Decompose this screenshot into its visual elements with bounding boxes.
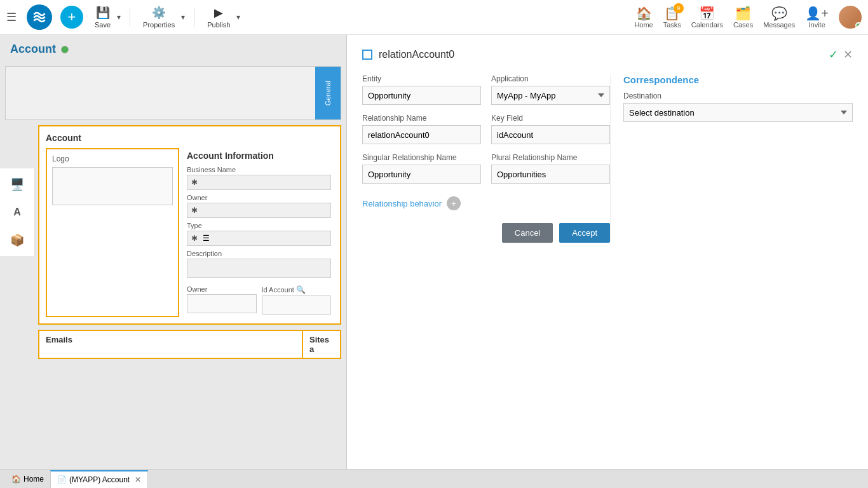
- singular-name-group: Singular Relationship Name: [362, 153, 481, 184]
- application-group: Application MyApp - MyApp: [491, 74, 610, 105]
- account-tab[interactable]: 📄 (MYAPP) Account ✕: [50, 470, 148, 488]
- list-icon: ☰: [203, 234, 210, 243]
- account-section: Account Logo Account Information Busines…: [38, 125, 341, 325]
- plural-name-group: Plural Relationship Name: [491, 153, 610, 184]
- key-field-label: Key Field: [491, 114, 610, 123]
- relationship-name-input[interactable]: [362, 125, 481, 144]
- info-title: Account Information: [187, 151, 331, 161]
- key-field-input[interactable]: [491, 125, 610, 144]
- modal-title-row: relationAccount0: [362, 49, 454, 60]
- account-header: Account: [0, 35, 346, 64]
- main-area: Account General 🖥️ A 📦 Account Logo: [0, 35, 868, 469]
- publish-group: ▶ Publish ▾: [202, 3, 241, 31]
- description-input[interactable]: [187, 259, 331, 278]
- monitor-icon[interactable]: 🖥️: [6, 173, 28, 195]
- correspondence-section: Correspondence Destination Select destin…: [610, 74, 853, 243]
- home-tab[interactable]: 🏠 Home: [5, 470, 50, 488]
- save-icon: 💾: [96, 6, 110, 20]
- relationship-name-label: Relationship Name: [362, 114, 481, 123]
- cancel-button[interactable]: Cancel: [502, 223, 553, 243]
- description-label: Description: [187, 250, 331, 257]
- home-icon: 🏠: [636, 6, 652, 21]
- modal-checkbox[interactable]: [362, 50, 372, 60]
- publish-icon: ▶: [214, 6, 223, 20]
- logo-box: Logo: [46, 148, 179, 317]
- relationship-name-group: Relationship Name: [362, 114, 481, 144]
- properties-button[interactable]: ⚙️ Properties: [138, 3, 180, 31]
- plural-name-input[interactable]: [491, 165, 610, 184]
- entity-group: Entity: [362, 74, 481, 105]
- save-group: 💾 Save ▾: [90, 3, 122, 31]
- bottom-tab-bar: 🏠 Home 📄 (MYAPP) Account ✕: [0, 469, 868, 488]
- plural-name-label: Plural Relationship Name: [491, 153, 610, 162]
- account-grid: Logo Account Information Business Name ✱…: [46, 148, 334, 317]
- modal-title: relationAccount0: [379, 49, 454, 60]
- search-icon: 🔍: [296, 285, 306, 294]
- publish-button[interactable]: ▶ Publish: [202, 3, 235, 31]
- bottom-fields-row: Owner Id Account 🔍: [187, 281, 331, 315]
- modal-confirm-icon[interactable]: ✓: [829, 48, 838, 62]
- messages-nav[interactable]: 💬 Messages: [763, 6, 795, 29]
- tab-close-button[interactable]: ✕: [135, 475, 141, 484]
- add-button[interactable]: +: [60, 6, 83, 29]
- save-dropdown[interactable]: ▾: [116, 10, 122, 24]
- type-input[interactable]: ✱ ☰: [187, 231, 331, 246]
- owner-small-input[interactable]: [187, 294, 257, 313]
- nav-left: ☰ + 💾 Save ▾ ⚙️ Properties ▾: [6, 3, 241, 31]
- singular-name-label: Singular Relationship Name: [362, 153, 481, 162]
- modal-form: Entity Application MyApp - MyApp Relatio…: [362, 74, 610, 243]
- home-nav[interactable]: 🏠 Home: [634, 6, 653, 29]
- calendars-nav[interactable]: 📅 Calendars: [691, 6, 723, 29]
- destination-label: Destination: [623, 92, 853, 100]
- singular-name-input[interactable]: [362, 165, 481, 184]
- user-avatar[interactable]: [839, 6, 862, 29]
- modal-body: Entity Application MyApp - MyApp Relatio…: [362, 74, 853, 243]
- home-tab-icon: 🏠: [11, 475, 21, 484]
- cube-icon[interactable]: 📦: [6, 229, 28, 251]
- owner-input[interactable]: ✱: [187, 203, 331, 218]
- id-account-input[interactable]: [262, 295, 332, 315]
- top-nav: ☰ + 💾 Save ▾ ⚙️ Properties ▾: [0, 0, 868, 35]
- properties-dropdown[interactable]: ▾: [180, 10, 186, 24]
- cases-nav[interactable]: 🗂️ Cases: [733, 6, 753, 29]
- type-label: Type: [187, 222, 331, 229]
- modal-header: relationAccount0 ✓ ✕: [362, 48, 853, 62]
- online-indicator: [855, 22, 862, 29]
- application-select[interactable]: MyApp - MyApp: [491, 86, 610, 105]
- text-icon[interactable]: A: [10, 203, 25, 222]
- tasks-nav[interactable]: 📋 9 Tasks: [663, 6, 681, 29]
- asterisk-icon2: ✱: [191, 206, 198, 215]
- invite-nav[interactable]: 👤+ Invite: [805, 6, 829, 29]
- app-logo: [27, 4, 52, 30]
- logo-input[interactable]: [52, 167, 173, 205]
- entity-input[interactable]: [362, 86, 481, 105]
- relationship-behavior-section: Relationship behavior +: [362, 196, 610, 210]
- asterisk-icon3: ✱: [191, 234, 198, 243]
- entity-label: Entity: [362, 74, 481, 83]
- info-box: Account Information Business Name ✱ Owne…: [184, 148, 334, 317]
- add-relationship-button[interactable]: +: [447, 196, 461, 210]
- emails-panel: Emails: [38, 330, 303, 359]
- general-tab[interactable]: General: [315, 67, 341, 119]
- invite-icon: 👤+: [805, 6, 829, 21]
- left-toolbar: 🖥️ A 📦: [0, 168, 35, 256]
- business-name-input[interactable]: ✱: [187, 175, 331, 190]
- save-button[interactable]: 💾 Save: [90, 3, 116, 31]
- owner-label: Owner: [187, 194, 331, 201]
- logo-label: Logo: [52, 154, 173, 163]
- right-panel: relationAccount0 ✓ ✕ Entity Application: [346, 35, 868, 469]
- id-account-label: Id Account 🔍: [262, 285, 332, 294]
- bottom-panels: Emails Sites a: [38, 330, 341, 359]
- left-panel: Account General 🖥️ A 📦 Account Logo: [0, 35, 346, 469]
- relationship-keyfield-row: Relationship Name Key Field: [362, 114, 610, 144]
- general-label: General: [324, 81, 332, 105]
- publish-dropdown[interactable]: ▾: [235, 10, 241, 24]
- nav-right: 🏠 Home 📋 9 Tasks 📅 Calendars 🗂️ Cases 💬 …: [634, 6, 862, 29]
- accept-button[interactable]: Accept: [559, 223, 610, 243]
- relationship-behavior-link[interactable]: Relationship behavior: [362, 199, 442, 208]
- destination-select[interactable]: Select destination: [623, 103, 853, 122]
- modal-close-icon[interactable]: ✕: [843, 48, 853, 62]
- hamburger-icon[interactable]: ☰: [6, 10, 17, 24]
- properties-icon: ⚙️: [152, 6, 166, 20]
- key-field-group: Key Field: [491, 114, 610, 144]
